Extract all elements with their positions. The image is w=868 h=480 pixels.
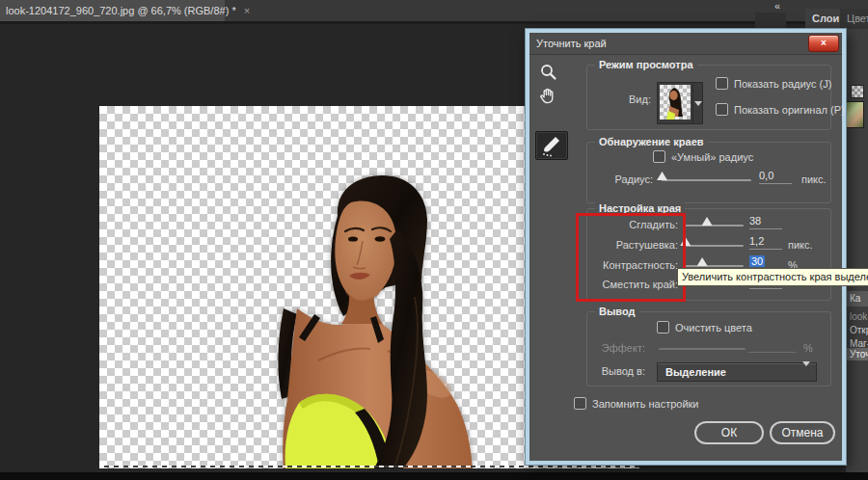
show-original-checkbox[interactable]: Показать оригинал (P) <box>716 103 845 116</box>
layer-thumbnail[interactable] <box>846 101 864 128</box>
history-panel-tab[interactable]: Ка <box>846 291 868 307</box>
window-bottom-edge <box>0 472 868 480</box>
output-to-label: Вывод в: <box>587 365 645 377</box>
radius-label: Радиус: <box>593 173 653 185</box>
chevron-down-icon <box>692 83 702 123</box>
history-item-selected[interactable]: Уточ <box>846 348 868 360</box>
view-mode-dropdown[interactable] <box>657 82 703 124</box>
ok-button[interactable]: ОК <box>694 421 764 444</box>
refine-radius-brush-button[interactable] <box>535 131 568 160</box>
panel-dock-header: « Слои Цвет <box>757 0 868 29</box>
feather-unit: пикс. <box>788 239 813 251</box>
radius-slider-track[interactable] <box>662 179 751 181</box>
group-title: Вывод <box>595 306 639 317</box>
show-radius-checkbox[interactable]: Показать радиус (J) <box>716 77 831 90</box>
smooth-value-field[interactable]: 38 <box>749 215 782 229</box>
brush-icon <box>536 132 567 159</box>
decontaminate-colors-checkbox[interactable]: Очистить цвета <box>657 321 752 333</box>
hidden-panel-tab <box>755 13 786 29</box>
chevron-down-icon <box>802 366 816 378</box>
extracted-subject-image <box>270 172 494 468</box>
tooltip: Увеличить контрастность края выделенной <box>677 268 868 286</box>
group-view-mode: Режим просмотра Вид: Пока <box>586 65 831 130</box>
checkbox-box[interactable] <box>653 150 665 163</box>
radius-slider-thumb[interactable] <box>657 172 667 180</box>
collapse-panels-icon[interactable]: « <box>774 0 780 12</box>
hand-tool-icon[interactable] <box>538 87 557 106</box>
checkbox-label: «Умный» радиус <box>671 151 753 163</box>
checkbox-box[interactable] <box>657 321 669 333</box>
feather-slider-track[interactable] <box>684 245 744 247</box>
document-tab[interactable]: look-1204172_960_720.jpg @ 66,7% (RGB/8#… <box>0 0 225 21</box>
feather-value-field[interactable]: 1,2 <box>749 235 782 250</box>
checkbox-label: Запомнить настройки <box>592 398 699 410</box>
dialog-close-button[interactable]: × <box>808 35 839 52</box>
group-title: Обнаружение краев <box>595 136 708 147</box>
contrast-slider-track[interactable] <box>684 265 744 267</box>
smooth-slider-track[interactable] <box>684 225 744 227</box>
amount-unit: % <box>803 342 813 354</box>
dialog-title: Уточнить край <box>536 33 607 54</box>
smart-radius-checkbox[interactable]: «Умный» радиус <box>653 150 753 163</box>
view-thumbnail <box>660 85 691 120</box>
amount-slider-track <box>659 348 746 350</box>
checkbox-box[interactable] <box>716 103 728 116</box>
contrast-slider-thumb[interactable] <box>697 257 708 266</box>
output-to-dropdown[interactable]: Выделение <box>657 362 817 382</box>
group-title: Режим просмотра <box>595 59 697 70</box>
checkbox-box[interactable] <box>716 77 728 90</box>
checkbox-label: Показать радиус (J) <box>734 78 831 90</box>
group-output: Вывод Очистить цвета Эффект: % Вывод в: … <box>586 311 831 387</box>
checkbox-box[interactable] <box>574 397 586 410</box>
smooth-slider-thumb[interactable] <box>702 217 713 226</box>
history-item[interactable]: Откр <box>846 324 868 336</box>
group-edge-detection: Обнаружение краев «Умный» радиус Радиус:… <box>586 142 831 203</box>
annotation-red-box <box>576 213 686 302</box>
amount-value-field <box>748 338 797 353</box>
transparency-lock-icon[interactable] <box>851 85 864 98</box>
tab-close-icon[interactable]: × <box>244 5 250 16</box>
remember-settings-checkbox[interactable]: Запомнить настройки <box>574 397 699 410</box>
cancel-button[interactable]: Отмена <box>770 421 835 444</box>
checkbox-label: Показать оригинал (P) <box>734 104 845 116</box>
output-to-value: Выделение <box>658 366 802 378</box>
document-tab-title: look-1204172_960_720.jpg @ 66,7% (RGB/8#… <box>6 5 236 16</box>
radius-unit: пикс. <box>801 173 827 185</box>
checkbox-label: Очистить цвета <box>675 322 752 333</box>
radius-value-field[interactable]: 0,0 <box>759 170 792 184</box>
amount-label: Эффект: <box>587 342 645 354</box>
selection-marching-ants <box>99 466 639 467</box>
view-label: Вид: <box>607 93 651 105</box>
refine-edge-dialog: Уточнить край × Режим просмотра Вид: <box>526 29 846 465</box>
tab-color[interactable]: Цвет <box>840 9 868 29</box>
right-panel-strip: Ка look Откр Маг- Уточ <box>846 29 868 472</box>
dialog-titlebar[interactable]: Уточнить край × <box>529 33 842 55</box>
history-item[interactable]: look <box>846 310 868 323</box>
document-tab-bar: look-1204172_960_720.jpg @ 66,7% (RGB/8#… <box>0 0 868 24</box>
photoshop-window: look-1204172_960_720.jpg @ 66,7% (RGB/8#… <box>0 0 868 480</box>
zoom-tool-icon[interactable] <box>539 63 558 82</box>
